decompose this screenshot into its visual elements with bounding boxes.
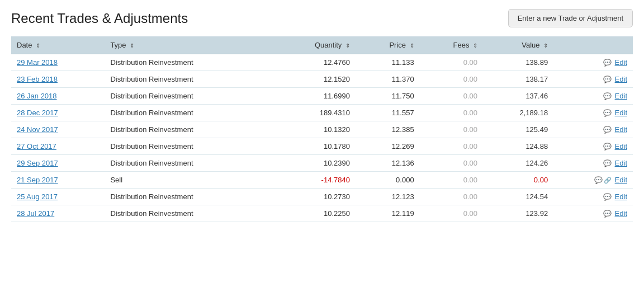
edit-link[interactable]: Edit [615, 92, 627, 100]
cell-price: 12.119 [356, 205, 420, 222]
cell-value: 125.49 [483, 121, 553, 138]
edit-link[interactable]: Edit [615, 176, 627, 184]
date-link[interactable]: 26 Jan 2018 [17, 92, 57, 100]
cell-fees: 0.00 [420, 54, 483, 71]
comment-icon[interactable]: 💬 [603, 210, 612, 218]
cell-actions: 💬Edit [553, 189, 633, 205]
cell-fees: 0.00 [420, 205, 483, 222]
comment-icon[interactable]: 💬 [603, 143, 612, 150]
edit-link[interactable]: Edit [615, 125, 627, 134]
new-trade-button[interactable]: Enter a new Trade or Adjustment [508, 9, 633, 27]
comment-icon[interactable]: 💬 [603, 59, 612, 67]
date-link[interactable]: 29 Mar 2018 [17, 58, 58, 67]
cell-actions: 💬Edit [553, 121, 633, 138]
date-link[interactable]: 21 Sep 2017 [17, 176, 58, 184]
cell-type: Distribution Reinvestment [105, 155, 272, 172]
date-link[interactable]: 24 Nov 2017 [17, 125, 58, 134]
edit-link[interactable]: Edit [615, 142, 627, 150]
cell-price: 0.000 [356, 172, 420, 189]
cell-actions: 💬Edit [553, 71, 633, 88]
col-date: Date ⇕ [11, 36, 105, 54]
edit-link[interactable]: Edit [615, 192, 627, 201]
cell-fees: 0.00 [420, 121, 483, 138]
cell-date: 24 Nov 2017 [11, 121, 105, 138]
cell-type: Distribution Reinvestment [105, 54, 272, 71]
cell-quantity: -14.7840 [273, 172, 356, 189]
comment-icon[interactable]: 💬 [594, 176, 603, 184]
trades-table: Date ⇕ Type ⇕ Quantity ⇕ Price ⇕ Fees ⇕ … [11, 36, 633, 222]
date-link[interactable]: 23 Feb 2018 [17, 75, 58, 83]
col-fees: Fees ⇕ [420, 36, 483, 54]
table-row: 28 Jul 2017Distribution Reinvestment10.2… [11, 205, 633, 222]
cell-quantity: 189.4310 [273, 105, 356, 121]
date-link[interactable]: 28 Jul 2017 [17, 209, 54, 218]
comment-icon[interactable]: 💬 [603, 126, 612, 134]
link-icon[interactable]: 🔗 [604, 177, 612, 184]
date-link[interactable]: 27 Oct 2017 [17, 142, 56, 150]
cell-value: 0.00 [483, 172, 553, 189]
cell-fees: 0.00 [420, 138, 483, 155]
cell-fees: 0.00 [420, 71, 483, 88]
sort-arrows-date[interactable]: ⇕ [36, 43, 40, 49]
cell-quantity: 10.1320 [273, 121, 356, 138]
table-row: 26 Jan 2018Distribution Reinvestment11.6… [11, 88, 633, 105]
cell-type: Distribution Reinvestment [105, 138, 272, 155]
edit-link[interactable]: Edit [615, 75, 627, 83]
date-link[interactable]: 25 Aug 2017 [17, 192, 58, 201]
header-row: Date ⇕ Type ⇕ Quantity ⇕ Price ⇕ Fees ⇕ … [11, 36, 633, 54]
cell-actions: 💬Edit [553, 105, 633, 121]
cell-actions: 💬Edit [553, 88, 633, 105]
cell-value: 123.92 [483, 205, 553, 222]
cell-quantity: 10.2730 [273, 189, 356, 205]
date-link[interactable]: 29 Sep 2017 [17, 159, 58, 167]
col-price: Price ⇕ [356, 36, 420, 54]
comment-icon[interactable]: 💬 [603, 92, 612, 100]
cell-type: Distribution Reinvestment [105, 121, 272, 138]
cell-fees: 0.00 [420, 105, 483, 121]
edit-link[interactable]: Edit [615, 159, 627, 167]
cell-actions: 💬Edit [553, 54, 633, 71]
edit-link[interactable]: Edit [615, 109, 627, 117]
cell-price: 11.557 [356, 105, 420, 121]
cell-price: 12.385 [356, 121, 420, 138]
comment-icon[interactable]: 💬 [603, 109, 612, 117]
cell-quantity: 12.4760 [273, 54, 356, 71]
cell-date: 29 Sep 2017 [11, 155, 105, 172]
cell-price: 11.133 [356, 54, 420, 71]
comment-icon[interactable]: 💬 [603, 193, 612, 201]
table-row: 24 Nov 2017Distribution Reinvestment10.1… [11, 121, 633, 138]
table-row: 21 Sep 2017Sell-14.78400.0000.000.00💬🔗Ed… [11, 172, 633, 189]
sort-arrows-type[interactable]: ⇕ [130, 43, 134, 49]
cell-value: 2,189.18 [483, 105, 553, 121]
comment-icon[interactable]: 💬 [603, 159, 612, 167]
cell-date: 21 Sep 2017 [11, 172, 105, 189]
col-quantity: Quantity ⇕ [273, 36, 356, 54]
cell-actions: 💬Edit [553, 138, 633, 155]
sort-arrows-value[interactable]: ⇕ [543, 43, 548, 49]
cell-type: Distribution Reinvestment [105, 88, 272, 105]
cell-price: 12.269 [356, 138, 420, 155]
cell-date: 26 Jan 2018 [11, 88, 105, 105]
date-link[interactable]: 28 Dec 2017 [17, 109, 58, 117]
cell-price: 12.136 [356, 155, 420, 172]
cell-value: 138.89 [483, 54, 553, 71]
col-actions [553, 36, 633, 54]
sort-arrows-price[interactable]: ⇕ [410, 43, 414, 49]
table-header: Date ⇕ Type ⇕ Quantity ⇕ Price ⇕ Fees ⇕ … [11, 36, 633, 54]
edit-link[interactable]: Edit [615, 209, 627, 218]
cell-fees: 0.00 [420, 155, 483, 172]
cell-quantity: 10.2390 [273, 155, 356, 172]
comment-icon[interactable]: 💬 [603, 76, 612, 83]
sort-arrows-fees[interactable]: ⇕ [473, 43, 477, 49]
cell-type: Distribution Reinvestment [105, 71, 272, 88]
cell-value: 124.88 [483, 138, 553, 155]
cell-type: Distribution Reinvestment [105, 105, 272, 121]
table-row: 28 Dec 2017Distribution Reinvestment189.… [11, 105, 633, 121]
sort-arrows-quantity[interactable]: ⇕ [345, 43, 350, 49]
cell-type: Sell [105, 172, 272, 189]
cell-type: Distribution Reinvestment [105, 205, 272, 222]
col-type: Type ⇕ [105, 36, 272, 54]
page-title: Recent Trades & Adjustments [11, 11, 188, 26]
table-row: 29 Sep 2017Distribution Reinvestment10.2… [11, 155, 633, 172]
edit-link[interactable]: Edit [615, 58, 627, 67]
